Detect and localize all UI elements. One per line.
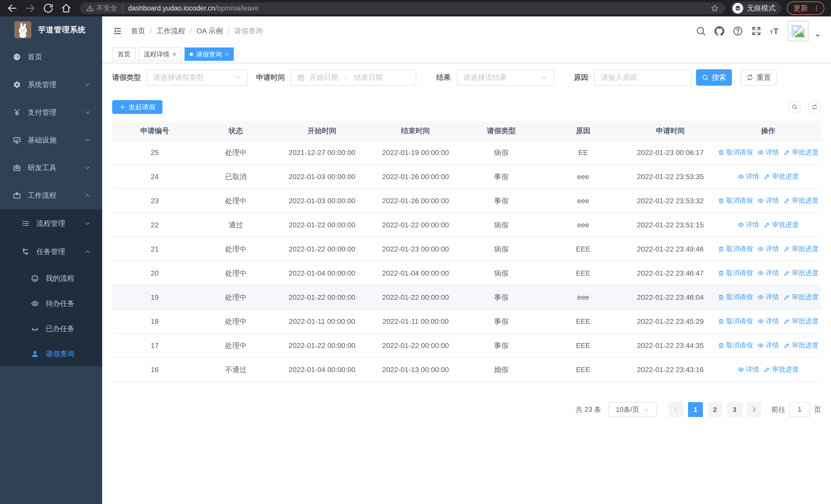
action-cancel-link[interactable]: 取消请假 bbox=[718, 317, 753, 326]
reason-input[interactable] bbox=[601, 73, 685, 82]
cell-status: 通过 bbox=[197, 213, 274, 237]
action-audit-link[interactable]: 审批进度 bbox=[783, 293, 819, 301]
leave-type-placeholder: 请选择请假类型 bbox=[153, 72, 235, 82]
help-icon[interactable] bbox=[733, 26, 743, 36]
action-audit-link[interactable]: 审批进度 bbox=[783, 268, 819, 277]
breadcrumb-item[interactable]: 首页 bbox=[131, 26, 145, 36]
tab[interactable]: 请假查询× bbox=[184, 48, 234, 61]
search-button[interactable]: 搜索 bbox=[696, 69, 732, 86]
action-detail-link[interactable]: 详情 bbox=[738, 220, 759, 229]
action-label: 详情 bbox=[766, 293, 779, 301]
action-detail-link[interactable]: 详情 bbox=[757, 268, 779, 277]
tab[interactable]: 流程详情× bbox=[139, 48, 181, 61]
action-detail-link[interactable]: 详情 bbox=[738, 172, 759, 181]
browser-menu-icon[interactable] bbox=[813, 4, 820, 12]
action-audit-link[interactable]: 审批进度 bbox=[764, 220, 799, 229]
action-audit-link[interactable]: 审批进度 bbox=[783, 148, 819, 157]
user-menu-caret-icon[interactable] bbox=[814, 33, 821, 39]
refresh-table-button[interactable] bbox=[808, 100, 821, 113]
sidebar-item[interactable]: 待办任务 bbox=[0, 291, 102, 316]
github-icon[interactable] bbox=[714, 26, 725, 36]
cell-actions: 详情审批进度 bbox=[715, 165, 821, 189]
tab-label: 流程详情 bbox=[144, 50, 169, 59]
create-leave-button[interactable]: 发起请假 bbox=[112, 100, 163, 114]
action-detail-link[interactable]: 详情 bbox=[757, 293, 779, 301]
action-audit-link[interactable]: 审批进度 bbox=[783, 317, 819, 326]
action-audit-link[interactable]: 审批进度 bbox=[783, 244, 819, 253]
sidebar-item[interactable]: 流程管理 bbox=[0, 209, 102, 238]
browser-update-button[interactable]: 更新 bbox=[787, 2, 824, 15]
cell-reason: EEE bbox=[541, 334, 625, 358]
sidebar-item[interactable]: 任务管理 bbox=[0, 238, 102, 266]
search-icon[interactable] bbox=[695, 26, 706, 36]
pen-icon bbox=[764, 366, 770, 373]
sidebar-item[interactable]: 首页 bbox=[0, 43, 102, 71]
tags-view: 首页流程详情×请假查询× bbox=[102, 46, 831, 63]
url-bar[interactable]: 不安全 dashboard.yudao.iocoder.cn/bpm/oa/le… bbox=[80, 2, 725, 14]
sidebar-item[interactable]: 我的流程 bbox=[0, 266, 102, 291]
action-audit-link[interactable]: 审批进度 bbox=[783, 196, 819, 205]
action-audit-link[interactable]: 审批进度 bbox=[764, 172, 799, 181]
page-size-select[interactable]: 10条/页 bbox=[608, 402, 657, 417]
font-size-icon[interactable]: TT bbox=[769, 26, 780, 36]
sidebar-item[interactable]: 工作流程 bbox=[0, 182, 102, 209]
avatar[interactable] bbox=[788, 21, 808, 41]
action-audit-link[interactable]: 审批进度 bbox=[783, 341, 819, 350]
cell-start: 2022-01-22 00:00:00 bbox=[274, 213, 369, 237]
security-warning-icon bbox=[86, 4, 94, 12]
prev-page-button[interactable] bbox=[668, 402, 683, 417]
action-cancel-link[interactable]: 取消请假 bbox=[718, 196, 753, 205]
page-button[interactable]: 2 bbox=[708, 402, 722, 417]
forward-icon[interactable] bbox=[25, 3, 36, 14]
fullscreen-icon[interactable] bbox=[751, 26, 762, 36]
cell-status: 处理中 bbox=[197, 189, 274, 213]
close-icon[interactable]: × bbox=[172, 51, 176, 58]
reload-icon[interactable] bbox=[42, 3, 54, 14]
breadcrumb-item[interactable]: OA 示例 bbox=[197, 26, 223, 36]
action-cancel-link[interactable]: 取消请假 bbox=[718, 341, 753, 350]
next-page-button[interactable] bbox=[747, 402, 762, 417]
sidebar-item[interactable]: 系统管理 bbox=[0, 71, 102, 98]
action-detail-link[interactable]: 详情 bbox=[757, 196, 779, 205]
action-label: 详情 bbox=[746, 220, 759, 229]
sidebar-logo-row[interactable]: 芋道管理系统 bbox=[0, 17, 102, 43]
action-detail-link[interactable]: 详情 bbox=[757, 341, 779, 350]
sidebar-menu: 首页系统管理支付管理基础设施研发工具工作流程流程管理任务管理我的流程待办任务已办… bbox=[0, 43, 102, 366]
sidebar-item[interactable]: 已办任务 bbox=[0, 316, 102, 341]
bookmark-star-icon[interactable] bbox=[710, 4, 719, 12]
action-detail-link[interactable]: 详情 bbox=[757, 317, 779, 326]
action-detail-link[interactable]: 详情 bbox=[738, 365, 759, 374]
apply-time-range-picker[interactable]: 开始日期 - 结束日期 bbox=[290, 69, 416, 86]
cell-actions: 取消请假详情审批进度 bbox=[715, 334, 821, 358]
leave-type-select[interactable]: 请选择请假类型 bbox=[147, 69, 248, 86]
action-cancel-link[interactable]: 取消请假 bbox=[718, 293, 753, 301]
close-icon[interactable]: × bbox=[225, 51, 229, 58]
home-icon[interactable] bbox=[61, 3, 72, 14]
action-cancel-link[interactable]: 取消请假 bbox=[718, 268, 753, 277]
action-detail-link[interactable]: 详情 bbox=[757, 148, 779, 157]
cell-id: 23 bbox=[112, 189, 197, 213]
action-audit-link[interactable]: 审批进度 bbox=[764, 365, 799, 374]
page-button[interactable]: 1 bbox=[688, 402, 703, 417]
page-button[interactable]: 3 bbox=[727, 402, 742, 417]
action-cancel-link[interactable]: 取消请假 bbox=[718, 148, 753, 157]
action-cancel-link[interactable]: 取消请假 bbox=[718, 244, 753, 253]
breadcrumb-item[interactable]: 工作流程 bbox=[156, 26, 185, 36]
sidebar-item[interactable]: 支付管理 bbox=[0, 98, 102, 126]
back-icon[interactable] bbox=[7, 3, 18, 14]
sidebar-item[interactable]: 请假查询 bbox=[0, 341, 102, 366]
result-select[interactable]: 请选择流结果 bbox=[457, 69, 554, 86]
navbar-icons: TT bbox=[695, 26, 780, 36]
cell-start: 2022-01-22 00:00:00 bbox=[274, 285, 369, 309]
sidebar-item[interactable]: 基础设施 bbox=[0, 126, 102, 154]
action-detail-link[interactable]: 详情 bbox=[757, 244, 779, 253]
toggle-search-button[interactable] bbox=[788, 100, 801, 113]
jump-page-input[interactable] bbox=[790, 402, 810, 417]
tab[interactable]: 首页 bbox=[112, 48, 136, 61]
calendar-icon bbox=[297, 73, 305, 81]
cell-reason: EEE bbox=[541, 309, 625, 334]
sidebar-item[interactable]: 研发工具 bbox=[0, 154, 102, 182]
filter-bar: 请假类型 请选择请假类型 申请时间 开始日期 - 结束日期 结果 请选择流结果 … bbox=[112, 69, 821, 86]
sidebar-toggle-icon[interactable] bbox=[112, 26, 123, 36]
reset-button[interactable]: 重置 bbox=[741, 69, 777, 86]
